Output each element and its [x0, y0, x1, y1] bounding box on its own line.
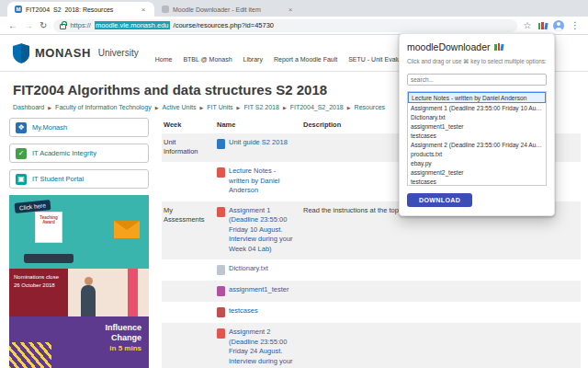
pdf-file-icon	[217, 167, 225, 178]
breadcrumb-active-units[interactable]: Active Units	[163, 104, 197, 110]
popup-options-list[interactable]: Lecture Notes - written by Daniel Anders…	[407, 91, 547, 186]
promo-middle-panel: Nominations close 26 October 2018	[9, 269, 149, 316]
browser-tab-downloader[interactable]: Moodle Downloader - Edit item	[154, 2, 301, 17]
close-tab-icon[interactable]	[287, 6, 294, 14]
influence-line: in 5 mins	[105, 344, 141, 353]
forward-icon[interactable]	[24, 21, 33, 30]
resource-link[interactable]: testcases	[229, 306, 258, 316]
promo-top-panel: Click here Teaching Award	[9, 195, 149, 269]
resource-link[interactable]: assignment1_tester	[229, 285, 288, 295]
monash-shield-icon	[13, 43, 29, 63]
side-button-label: IT Academic Integrity	[32, 149, 96, 157]
nav-link-home[interactable]: Home	[155, 56, 173, 63]
popup-option[interactable]: Assignment 2 (Deadline 23:55:00 Friday 2…	[408, 140, 546, 149]
secure-lock-icon[interactable]	[60, 24, 66, 29]
my-monash-button[interactable]: My.Monash	[9, 118, 149, 137]
tab-title: FIT2004_S2_2018: Resources	[26, 6, 136, 13]
brand-sub: University	[98, 48, 139, 58]
browser-tab-resources[interactable]: FIT2004_S2_2018: Resources	[7, 2, 154, 17]
yellow-stripes-decor	[9, 342, 51, 368]
nav-link-btbl[interactable]: BTBL @ Monash	[183, 56, 232, 63]
col-header-week: Week	[164, 121, 211, 129]
student-portal-icon	[16, 174, 27, 185]
reload-icon[interactable]	[40, 21, 47, 30]
resource-link[interactable]: Lecture Notes - written by Daniel Anders…	[229, 167, 298, 196]
breadcrumb-fit-units[interactable]: FIT Units	[207, 104, 232, 110]
popup-option[interactable]: ebay.py	[408, 158, 546, 167]
books-icon	[494, 43, 503, 51]
academic-integrity-icon	[16, 148, 27, 159]
popup-title: moodleDownloader	[407, 41, 490, 52]
bookmark-star-icon[interactable]	[524, 20, 532, 30]
resource-link[interactable]: Unit guide S2 2018	[229, 138, 288, 148]
back-icon[interactable]	[8, 21, 17, 30]
resource-link[interactable]: Dictionary.txt	[229, 264, 268, 274]
laptop-illustration	[24, 254, 74, 263]
academic-integrity-button[interactable]: IT Academic Integrity	[9, 144, 149, 163]
nav-link-library[interactable]: Library	[243, 56, 263, 63]
my-monash-icon	[16, 122, 27, 133]
influence-text: Influence Change in 5 mins	[105, 323, 141, 353]
popup-search-input[interactable]	[407, 74, 547, 86]
nav-link-report-fault[interactable]: Report a Moodle Fault	[274, 56, 337, 63]
table-row: testcases	[162, 302, 581, 323]
moodle-favicon-icon	[15, 6, 22, 13]
col-header-name: Name	[217, 121, 298, 129]
profile-avatar[interactable]	[553, 20, 564, 31]
student-portal-button[interactable]: IT Student Portal	[9, 169, 149, 189]
person-illustration	[81, 285, 96, 316]
url-scheme: https://	[70, 21, 91, 29]
close-tab-icon[interactable]	[140, 6, 147, 14]
pink-stripe-decor	[128, 269, 138, 316]
document-icon	[217, 139, 225, 149]
python-file-icon	[217, 286, 225, 296]
resource-link[interactable]: Assignment 2 (Deadline 23:55:00 Friday 2…	[229, 328, 298, 368]
breadcrumb-resources[interactable]: Resources	[355, 104, 385, 110]
chrome-menu-icon[interactable]	[571, 20, 580, 30]
moodledownloader-extension-icon[interactable]	[538, 22, 548, 29]
breadcrumb-separator-icon	[283, 105, 287, 110]
promo-banner[interactable]: Click here Teaching Award Nominations cl…	[9, 195, 149, 368]
moodledownloader-popup: moodleDownloader Click and drag or use ⌘…	[399, 33, 555, 216]
popup-option[interactable]: testcases	[408, 131, 546, 140]
popup-option[interactable]: assignment2_tester	[408, 167, 546, 177]
popup-option[interactable]: testcases	[408, 177, 546, 186]
monash-logo[interactable]: MONASH University	[13, 43, 139, 63]
url-path: /course/resources.php?id=45730	[174, 21, 274, 29]
tab-strip: FIT2004_S2_2018: Resources Moodle Downlo…	[0, 0, 588, 17]
popup-instructions: Click and drag or use ⌘ key to select mu…	[407, 58, 547, 65]
influence-line: Influence	[105, 323, 141, 333]
archive-file-icon	[217, 307, 225, 317]
side-button-label: My.Monash	[32, 123, 67, 132]
table-row: Dictionary.txt	[162, 259, 581, 281]
side-button-label: IT Student Portal	[32, 175, 84, 183]
table-row: Assignment 2 (Deadline 23:55:00 Friday 2…	[162, 323, 581, 368]
popup-option[interactable]: Lecture Notes - written by Daniel Anders…	[408, 92, 546, 103]
breadcrumb-separator-icon	[237, 105, 241, 110]
popup-option[interactable]: Assignment 1 (Deadline 23:55:00 Friday 1…	[408, 103, 546, 112]
popup-option[interactable]: assignment1_tester	[408, 121, 546, 131]
breadcrumb-dashboard[interactable]: Dashboard	[13, 104, 44, 110]
nominations-text: Nominations close 26 October 2018	[9, 269, 68, 316]
promo-bottom-panel: Influence Change in 5 mins	[9, 316, 149, 368]
resource-link[interactable]: Assignment 1 (Deadline 23:55:00 Friday 1…	[229, 206, 298, 255]
address-bar[interactable]: https://moodle.vle.monash.edu/course/res…	[53, 19, 516, 32]
pdf-file-icon	[217, 207, 225, 217]
breadcrumb-separator-icon	[48, 105, 51, 110]
breadcrumb-unit[interactable]: FIT2004_S2_2018	[290, 104, 344, 110]
week-label: Unit Information	[164, 138, 211, 156]
page-favicon-icon	[162, 6, 169, 13]
download-button[interactable]: DOWNLOAD	[407, 193, 472, 207]
breadcrumb-separator-icon	[199, 105, 203, 110]
breadcrumb-fit-s2[interactable]: FIT S2 2018	[243, 104, 278, 110]
tab-title: Moodle Downloader - Edit item	[173, 6, 283, 13]
week-label: My Assessments	[164, 206, 211, 224]
breadcrumb-separator-icon	[155, 105, 159, 110]
popup-option[interactable]: Dictionary.txt	[408, 112, 546, 121]
breadcrumb-faculty[interactable]: Faculty of Information Technology	[55, 104, 152, 110]
influence-line: Change	[105, 333, 141, 343]
envelope-illustration	[114, 221, 140, 238]
popup-option[interactable]: products.txt	[408, 149, 546, 158]
browser-toolbar: https://moodle.vle.monash.edu/course/res…	[0, 17, 588, 35]
brand-name: MONASH	[35, 46, 91, 60]
